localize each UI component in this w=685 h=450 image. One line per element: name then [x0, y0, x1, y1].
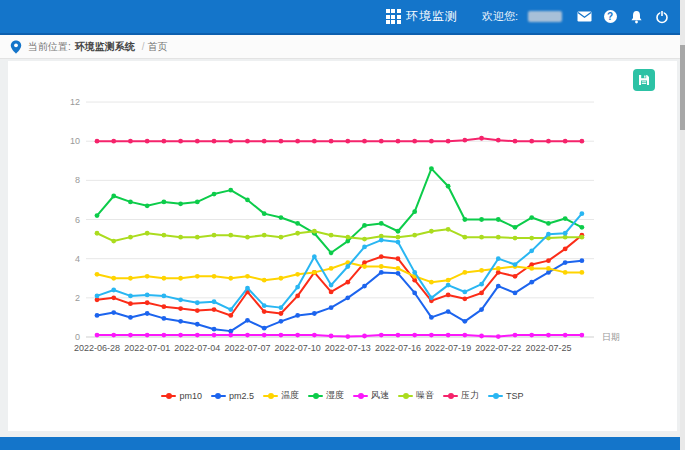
legend-marker-icon [353, 395, 368, 397]
legend-item-湿度[interactable]: 湿度 [308, 389, 344, 402]
bottom-footer-bar [0, 437, 680, 450]
legend-marker-icon [308, 395, 323, 397]
chart-card: 0246810122022-06-282022-07-012022-07-042… [8, 61, 677, 431]
legend-item-TSP[interactable]: TSP [488, 391, 524, 401]
welcome-label: 欢迎您: [482, 9, 518, 24]
legend-label: 噪音 [416, 389, 434, 402]
legend-marker-icon [211, 395, 226, 397]
svg-text:2022-07-22: 2022-07-22 [475, 343, 521, 353]
app-brand[interactable]: 环境监测 [386, 8, 458, 25]
app-title: 环境监测 [406, 8, 458, 25]
breadcrumb: 当前位置: 环境监测系统 / 首页 [0, 35, 680, 59]
legend-label: pm2.5 [229, 391, 254, 401]
bell-icon[interactable] [628, 9, 644, 25]
breadcrumb-location-label: 当前位置: [28, 40, 71, 54]
legend-item-压力[interactable]: 压力 [443, 389, 479, 402]
line-chart[interactable]: 0246810122022-06-282022-07-012022-07-042… [8, 61, 668, 371]
apps-grid-icon [386, 9, 401, 24]
svg-text:0: 0 [75, 332, 80, 342]
svg-text:2022-07-01: 2022-07-01 [124, 343, 170, 353]
legend-item-风速[interactable]: 风速 [353, 389, 389, 402]
chart-legend: pm10pm2.5温度湿度风速噪音压力TSP [8, 389, 677, 402]
svg-text:2022-06-28: 2022-06-28 [74, 343, 120, 353]
svg-text:2022-07-25: 2022-07-25 [525, 343, 571, 353]
legend-label: TSP [506, 391, 524, 401]
breadcrumb-system-link[interactable]: 环境监测系统 [75, 40, 135, 54]
svg-text:6: 6 [75, 215, 80, 225]
help-icon[interactable]: ? [602, 9, 618, 25]
svg-text:12: 12 [70, 97, 80, 107]
svg-text:2022-07-04: 2022-07-04 [174, 343, 220, 353]
legend-marker-icon [443, 395, 458, 397]
legend-marker-icon [263, 395, 278, 397]
scrollbar-thumb[interactable] [680, 45, 685, 130]
svg-text:4: 4 [75, 254, 80, 264]
breadcrumb-home-link[interactable]: 首页 [148, 40, 168, 54]
svg-text:2022-07-07: 2022-07-07 [224, 343, 270, 353]
username-redacted [528, 11, 562, 22]
legend-label: 温度 [281, 389, 299, 402]
svg-text:2022-07-19: 2022-07-19 [425, 343, 471, 353]
legend-marker-icon [398, 395, 413, 397]
svg-text:8: 8 [75, 175, 80, 185]
breadcrumb-separator: / [142, 41, 145, 52]
power-icon[interactable] [654, 9, 670, 25]
page-scrollbar [680, 0, 685, 450]
legend-label: 湿度 [326, 389, 344, 402]
legend-label: pm10 [179, 391, 202, 401]
legend-marker-icon [488, 395, 503, 397]
svg-text:日期: 日期 [602, 332, 620, 342]
legend-marker-icon [161, 395, 176, 397]
svg-text:2022-07-16: 2022-07-16 [375, 343, 421, 353]
svg-text:2022-07-13: 2022-07-13 [325, 343, 371, 353]
location-pin-icon [10, 40, 22, 54]
legend-item-pm2.5[interactable]: pm2.5 [211, 391, 254, 401]
legend-label: 压力 [461, 389, 479, 402]
legend-item-噪音[interactable]: 噪音 [398, 389, 434, 402]
legend-label: 风速 [371, 389, 389, 402]
legend-item-温度[interactable]: 温度 [263, 389, 299, 402]
legend-item-pm10[interactable]: pm10 [161, 391, 202, 401]
svg-text:2022-07-10: 2022-07-10 [275, 343, 321, 353]
top-header-bar: 环境监测 欢迎您: ? [0, 0, 680, 35]
svg-text:10: 10 [70, 136, 80, 146]
mail-icon[interactable] [576, 9, 592, 25]
svg-text:2: 2 [75, 293, 80, 303]
